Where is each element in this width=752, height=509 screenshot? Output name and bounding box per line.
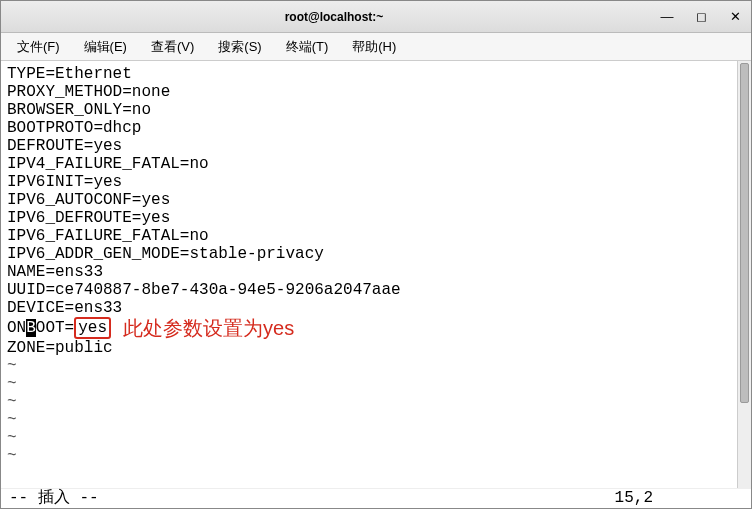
config-line: IPV6_ADDR_GEN_MODE=stable-privacy xyxy=(7,245,745,263)
menu-file[interactable]: 文件(F) xyxy=(7,34,70,60)
close-button[interactable]: ✕ xyxy=(727,9,743,25)
empty-line-tilde: ~ xyxy=(7,447,745,465)
empty-line-tilde: ~ xyxy=(7,411,745,429)
empty-line-tilde: ~ xyxy=(7,393,745,411)
empty-line-tilde: ~ xyxy=(7,375,745,393)
vim-status-line: -- 插入 -- 15,2 xyxy=(1,488,751,508)
window-controls: — ◻ ✕ xyxy=(659,9,743,25)
config-line: BOOTPROTO=dhcp xyxy=(7,119,745,137)
config-line: UUID=ce740887-8be7-430a-94e5-9206a2047aa… xyxy=(7,281,745,299)
empty-line-tilde: ~ xyxy=(7,429,745,447)
minimize-button[interactable]: — xyxy=(659,9,675,25)
config-line: ZONE=public xyxy=(7,339,745,357)
config-line: PROXY_METHOD=none xyxy=(7,83,745,101)
onboot-prefix: ON xyxy=(7,319,26,337)
cursor: B xyxy=(26,319,36,337)
empty-line-tilde: ~ xyxy=(7,357,745,375)
config-line: IPV4_FAILURE_FATAL=no xyxy=(7,155,745,173)
config-line: BROWSER_ONLY=no xyxy=(7,101,745,119)
scrollbar-thumb[interactable] xyxy=(740,63,749,403)
scrollbar[interactable] xyxy=(737,61,751,488)
annotation-text: 此处参数设置为yes xyxy=(123,319,294,337)
menu-view[interactable]: 查看(V) xyxy=(141,34,204,60)
titlebar: root@localhost:~ — ◻ ✕ xyxy=(1,1,751,33)
menubar: 文件(F) 编辑(E) 查看(V) 搜索(S) 终端(T) 帮助(H) xyxy=(1,33,751,61)
onboot-line: ONBOOT=yes 此处参数设置为yes xyxy=(7,317,745,339)
vim-mode: -- 插入 -- xyxy=(9,487,99,508)
config-line: DEVICE=ens33 xyxy=(7,299,745,317)
window-title: root@localhost:~ xyxy=(285,10,384,24)
onboot-after: OOT= xyxy=(36,319,74,337)
menu-terminal[interactable]: 终端(T) xyxy=(276,34,339,60)
config-line: TYPE=Ethernet xyxy=(7,65,745,83)
menu-help[interactable]: 帮助(H) xyxy=(342,34,406,60)
config-line: IPV6INIT=yes xyxy=(7,173,745,191)
menu-search[interactable]: 搜索(S) xyxy=(208,34,271,60)
config-line: NAME=ens33 xyxy=(7,263,745,281)
config-line: IPV6_DEFROUTE=yes xyxy=(7,209,745,227)
onboot-value-box: yes xyxy=(74,317,111,339)
terminal-area[interactable]: TYPE=Ethernet PROXY_METHOD=none BROWSER_… xyxy=(1,61,751,488)
menu-edit[interactable]: 编辑(E) xyxy=(74,34,137,60)
config-line: IPV6_FAILURE_FATAL=no xyxy=(7,227,745,245)
config-line: DEFROUTE=yes xyxy=(7,137,745,155)
maximize-button[interactable]: ◻ xyxy=(693,9,709,25)
config-line: IPV6_AUTOCONF=yes xyxy=(7,191,745,209)
cursor-position: 15,2 xyxy=(615,489,743,507)
